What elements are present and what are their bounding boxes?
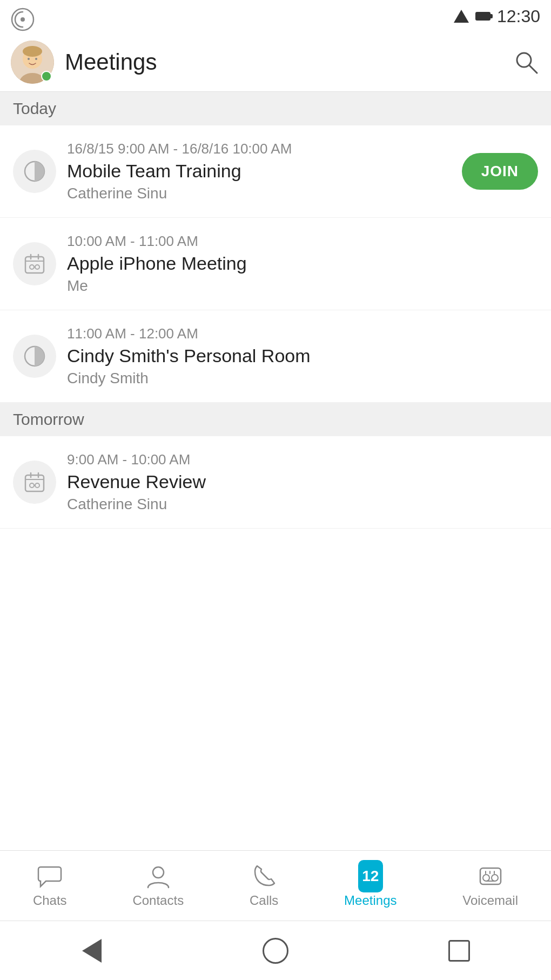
svg-point-7 [28, 58, 30, 60]
bottom-navigation: Chats Contacts Calls 12 Meetings [0, 850, 551, 921]
calendar-link-icon [23, 252, 46, 275]
meeting-content-2: 10:00 AM - 11:00 AM Apple iPhone Meeting… [67, 233, 538, 295]
meeting-icon-3 [13, 335, 56, 378]
nav-item-meetings[interactable]: 12 Meetings [333, 858, 407, 914]
battery-icon [475, 12, 490, 21]
recents-button[interactable] [443, 935, 475, 967]
back-button[interactable] [76, 935, 108, 967]
system-navigation-bar [0, 921, 551, 980]
meeting-host-2: Me [67, 277, 538, 295]
circle-half-icon-2 [23, 345, 46, 368]
recents-icon [448, 940, 470, 962]
nav-label-calls: Calls [250, 893, 278, 908]
meeting-title-2: Apple iPhone Meeting [67, 253, 538, 274]
status-time: 12:30 [497, 6, 540, 26]
svg-point-17 [35, 265, 39, 269]
svg-point-27 [153, 867, 164, 878]
meeting-host-3: Cindy Smith [67, 370, 538, 387]
meeting-time-1: 16/8/15 9:00 AM - 16/8/16 10:00 AM [67, 141, 462, 157]
meeting-content-1: 16/8/15 9:00 AM - 16/8/16 10:00 AM Mobil… [67, 141, 462, 202]
nav-label-voicemail: Voicemail [462, 893, 518, 908]
meeting-item-3[interactable]: 11:00 AM - 12:00 AM Cindy Smith's Person… [0, 310, 551, 403]
svg-line-10 [529, 65, 537, 73]
svg-point-1 [21, 17, 25, 22]
signal-icon [454, 9, 469, 24]
meeting-content-4: 9:00 AM - 10:00 AM Revenue Review Cather… [67, 451, 538, 513]
svg-marker-2 [454, 10, 469, 23]
back-icon [82, 939, 102, 963]
meeting-host-1: Catherine Sinu [67, 185, 462, 202]
nav-item-contacts[interactable]: Contacts [122, 858, 194, 914]
chat-icon [37, 864, 62, 889]
meeting-title-1: Mobile Team Training [67, 161, 462, 182]
calendar-link-icon-2 [23, 471, 46, 494]
meeting-host-4: Catherine Sinu [67, 496, 538, 513]
meetings-list: Today 16/8/15 9:00 AM - 16/8/16 10:00 AM… [0, 92, 551, 529]
svg-point-30 [492, 875, 498, 881]
search-button[interactable] [512, 48, 540, 76]
nav-label-chats: Chats [33, 893, 67, 908]
user-avatar[interactable] [11, 41, 54, 84]
app-logo [11, 8, 35, 34]
svg-point-25 [35, 483, 39, 488]
page-title: Meetings [65, 49, 512, 75]
meeting-time-3: 11:00 AM - 12:00 AM [67, 325, 538, 342]
meetings-badge: 12 [358, 860, 383, 892]
nav-label-meetings: Meetings [344, 893, 397, 908]
circle-half-icon [23, 160, 46, 183]
svg-rect-20 [25, 475, 44, 491]
search-icon [514, 50, 539, 75]
svg-point-29 [483, 875, 489, 881]
svg-point-16 [30, 265, 34, 269]
meeting-content-3: 11:00 AM - 12:00 AM Cindy Smith's Person… [67, 325, 538, 387]
contacts-icon [146, 864, 171, 889]
online-status-dot [41, 71, 52, 82]
svg-point-24 [30, 483, 34, 488]
svg-point-8 [35, 58, 37, 60]
meeting-icon-2 [13, 242, 56, 285]
meetings-nav-icon: 12 [358, 864, 383, 889]
status-bar: 12:30 [0, 0, 551, 32]
meeting-time-4: 9:00 AM - 10:00 AM [67, 451, 538, 468]
meeting-title-4: Revenue Review [67, 471, 538, 492]
meeting-item-2[interactable]: 10:00 AM - 11:00 AM Apple iPhone Meeting… [0, 218, 551, 310]
meeting-icon-4 [13, 461, 56, 504]
home-icon [263, 938, 288, 964]
meeting-time-2: 10:00 AM - 11:00 AM [67, 233, 538, 250]
join-button-1[interactable]: JOIN [462, 153, 538, 190]
svg-point-6 [23, 46, 42, 57]
section-header-today: Today [0, 92, 551, 125]
calls-icon [252, 864, 277, 889]
meeting-icon-1 [13, 150, 56, 193]
voicemail-icon [478, 864, 503, 889]
meeting-item-4[interactable]: 9:00 AM - 10:00 AM Revenue Review Cather… [0, 436, 551, 529]
nav-label-contacts: Contacts [132, 893, 184, 908]
nav-item-chats[interactable]: Chats [22, 858, 78, 914]
nav-item-calls[interactable]: Calls [239, 858, 289, 914]
home-button[interactable] [259, 935, 292, 967]
meeting-item[interactable]: 16/8/15 9:00 AM - 16/8/16 10:00 AM Mobil… [0, 125, 551, 218]
meeting-title-3: Cindy Smith's Personal Room [67, 345, 538, 366]
svg-rect-12 [25, 257, 44, 273]
page-header: Meetings [0, 32, 551, 92]
nav-item-voicemail[interactable]: Voicemail [452, 858, 529, 914]
section-header-tomorrow: Tomorrow [0, 403, 551, 436]
